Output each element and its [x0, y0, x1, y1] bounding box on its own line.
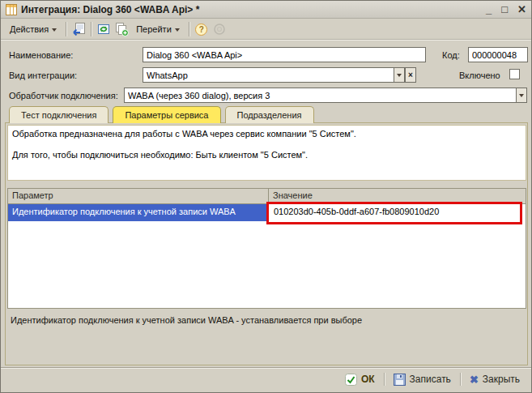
handler-dropdown-button[interactable] [516, 88, 527, 103]
ok-button-label: ОК [361, 374, 375, 385]
tab-service-parameters[interactable]: Параметры сервиса [113, 106, 220, 123]
toolbar-separator [91, 22, 92, 36]
save-button[interactable]: Записать [389, 374, 456, 386]
advice-icon-disabled [213, 23, 226, 36]
integration-dialog-window: Интеграция: Dialog 360 <WABA Api> * _ □ … [0, 0, 532, 393]
advice-button-disabled [211, 21, 228, 37]
button-separator [384, 373, 385, 386]
table-header-row: Параметр Значение [8, 189, 526, 204]
name-input[interactable] [143, 47, 426, 62]
tab-strip: Тест подключения Параметры сервиса Подра… [9, 106, 314, 123]
description-box: Обработка предназначена для работы с WAB… [7, 125, 526, 181]
handler-input[interactable] [124, 88, 517, 103]
copy-button[interactable] [113, 21, 130, 37]
parameter-name-cell[interactable]: Идентификатор подключения к учетной запи… [8, 204, 269, 221]
toolbar: Действия [1, 19, 531, 40]
integration-type-dropdown-button[interactable] [394, 67, 405, 83]
description-line-1: Обработка предназначена для работы с WAB… [12, 128, 521, 139]
column-header-value[interactable]: Значение [269, 189, 526, 203]
chevron-down-icon [175, 28, 180, 32]
integration-type-input[interactable] [143, 67, 394, 83]
floppy-disk-icon [394, 374, 406, 386]
reread-button[interactable] [95, 21, 113, 37]
goto-menu-label: Перейти [136, 24, 172, 34]
ok-button[interactable]: ОК [340, 374, 380, 386]
chevron-down-icon [519, 94, 524, 97]
table-row: Идентификатор подключения к учетной запи… [8, 204, 526, 221]
tab-departments[interactable]: Подразделения [225, 106, 314, 123]
column-header-parameter[interactable]: Параметр [8, 189, 269, 203]
button-bar: ОК Записать ✖ Закрыть [1, 367, 531, 391]
button-separator [460, 373, 461, 386]
toolbar-separator [189, 22, 189, 36]
copy-add-icon [114, 23, 129, 36]
help-button[interactable]: ? [193, 21, 211, 37]
toolbar-separator [66, 22, 66, 36]
enabled-label: Включено [459, 70, 500, 80]
parameter-hint-text: Идентификатор подключения к учетной запи… [11, 315, 362, 325]
chevron-down-icon [397, 74, 402, 77]
parameters-table: Параметр Значение Идентификатор подключе… [7, 188, 526, 309]
close-form-button[interactable]: ✖ Закрыть [465, 374, 525, 385]
maximize-button[interactable]: □ [501, 4, 508, 15]
close-x-icon: ✖ [470, 374, 479, 385]
description-line-2: Для того, чтобы подключиться необходимо:… [12, 149, 521, 160]
name-label: Наименование: [9, 50, 73, 60]
save-button-label: Записать [410, 374, 451, 385]
reread-icon [97, 23, 110, 36]
ok-check-icon [345, 374, 357, 386]
help-icon: ? [195, 23, 207, 36]
integration-type-label: Вид интеграции: [9, 70, 77, 80]
goto-menu-button[interactable]: Перейти [130, 21, 185, 37]
actions-menu-label: Действия [10, 24, 49, 34]
parameter-value-cell[interactable]: 010203d0-405b-0ddf-a607-fb0809010d20 [269, 204, 526, 221]
chevron-down-icon [52, 28, 57, 32]
write-button[interactable] [70, 21, 87, 37]
handler-label: Обработчик подключения: [9, 91, 118, 100]
minimize-button[interactable]: _ [486, 4, 492, 15]
write-icon [71, 23, 86, 36]
code-label: Код: [442, 50, 460, 60]
title-bar: Интеграция: Dialog 360 <WABA Api> * _ □ … [1, 1, 531, 19]
tab-connection-test[interactable]: Тест подключения [9, 106, 109, 123]
actions-menu-button[interactable]: Действия [4, 21, 62, 37]
code-input[interactable] [468, 47, 528, 62]
enabled-checkbox[interactable] [509, 69, 520, 79]
catalog-item-icon [6, 4, 17, 15]
window-title: Интеграция: Dialog 360 <WABA Api> * [21, 4, 199, 15]
integration-type-clear-button[interactable]: × [405, 67, 416, 83]
close-button[interactable]: ✕ [517, 4, 526, 15]
close-button-label: Закрыть [483, 374, 520, 385]
